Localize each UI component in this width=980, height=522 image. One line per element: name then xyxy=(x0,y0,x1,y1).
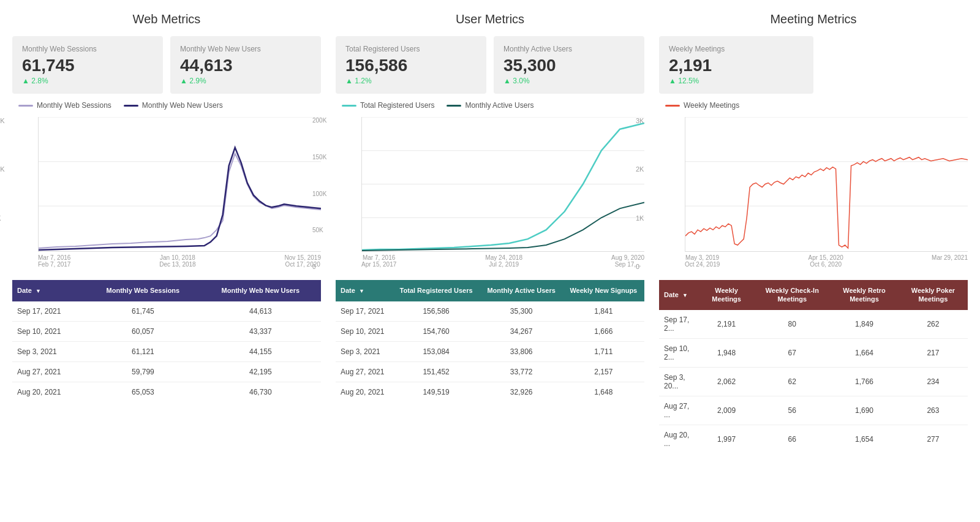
meeting-col-weekly: Weekly Meetings xyxy=(699,280,755,310)
user-chart xyxy=(361,117,644,252)
user-table: Date ▼ Total Registered Users Monthly Ac… xyxy=(336,280,644,402)
dashboard: Web Metrics Monthly Web Sessions 61,745 … xyxy=(0,0,980,522)
web-table-header: Date ▼ Monthly Web Sessions Monthly Web … xyxy=(12,280,321,301)
user-col-signups: Weekly New Signups xyxy=(563,280,644,301)
meeting-col-date: Date ▼ xyxy=(659,280,699,310)
user-chart-legend: Total Registered Users Monthly Active Us… xyxy=(336,101,644,110)
web-chart xyxy=(38,117,321,252)
meeting-chart-svg xyxy=(685,117,968,251)
meeting-metrics-section: Meeting Metrics Weekly Meetings 2,191 12… xyxy=(659,12,968,270)
web-metrics-title: Web Metrics xyxy=(12,12,321,26)
meeting-y-labels: 3K 2K 1K 0 xyxy=(636,117,644,270)
meeting-table-header: Date ▼ Weekly Meetings Weekly Check-In M… xyxy=(659,280,968,310)
monthly-active-legend-label: Monthly Active Users xyxy=(465,101,533,110)
web-table: Date ▼ Monthly Web Sessions Monthly Web … xyxy=(12,280,321,402)
meeting-col-checkin: Weekly Check-In Meetings xyxy=(754,280,830,310)
web-chart-legend: Monthly Web Sessions Monthly Web New Use… xyxy=(12,101,321,110)
table-row: Aug 20, ... 1,997 66 1,654 277 xyxy=(659,425,968,453)
web-sessions-legend: Monthly Web Sessions xyxy=(18,101,111,110)
total-registered-legend-line xyxy=(342,105,356,107)
total-registered-label: Total Registered Users xyxy=(345,45,477,53)
table-row: Aug 27, 2021 151,452 33,772 2,157 xyxy=(336,361,644,382)
weekly-meetings-card: Weekly Meetings 2,191 12.5% xyxy=(659,36,813,94)
web-x-labels: Mar 7, 2016Feb 7, 2017 Jan 10, 2018Dec 1… xyxy=(38,252,321,270)
web-sessions-label: Monthly Web Sessions xyxy=(22,45,153,53)
table-row: Sep 10, 2... 1,948 67 1,664 217 xyxy=(659,338,968,367)
table-row: Sep 3, 2021 61,121 44,155 xyxy=(12,341,321,361)
table-row: Aug 20, 2021 65,053 46,730 xyxy=(12,382,321,402)
web-metrics-section: Web Metrics Monthly Web Sessions 61,745 … xyxy=(12,12,321,270)
web-col-sessions: Monthly Web Sessions xyxy=(86,280,200,301)
weekly-meetings-label: Weekly Meetings xyxy=(669,45,804,53)
web-sessions-value: 61,745 xyxy=(22,56,153,75)
web-chart-wrap: 150K 100K 50K 0 xyxy=(12,117,321,270)
monthly-active-legend: Monthly Active Users xyxy=(447,101,533,110)
sections-row: Web Metrics Monthly Web Sessions 61,745 … xyxy=(12,12,968,270)
weekly-meetings-value: 2,191 xyxy=(669,56,804,75)
web-sessions-legend-line xyxy=(18,105,33,107)
web-new-users-legend-line xyxy=(124,105,138,107)
user-x-labels: Mar 7, 2016Apr 15, 2017 May 24, 2018Jul … xyxy=(361,252,644,270)
user-chart-wrap: 200K 150K 100K 50K 0 xyxy=(336,117,644,270)
table-row: Aug 27, 2021 59,799 42,195 xyxy=(12,361,321,382)
weekly-meetings-legend-label: Weekly Meetings xyxy=(684,101,739,110)
table-row: Sep 17, 2021 61,745 44,613 xyxy=(12,301,321,322)
weekly-meetings-legend: Weekly Meetings xyxy=(665,101,739,110)
total-registered-legend-label: Total Registered Users xyxy=(360,101,434,110)
web-col-new-users: Monthly Web New Users xyxy=(200,280,321,301)
web-metric-cards: Monthly Web Sessions 61,745 2.8% Monthly… xyxy=(12,36,321,94)
web-new-users-change: 2.9% xyxy=(180,77,311,85)
table-row: Sep 3, 2021 153,084 33,806 1,711 xyxy=(336,341,644,361)
total-registered-value: 156,586 xyxy=(345,56,477,75)
user-table-section: Date ▼ Total Registered Users Monthly Ac… xyxy=(336,280,644,453)
monthly-active-change: 3.0% xyxy=(503,77,635,85)
monthly-active-legend-line xyxy=(447,105,461,107)
meeting-col-retro: Weekly Retro Meetings xyxy=(830,280,899,310)
table-row: Aug 27, ... 2,009 56 1,690 263 xyxy=(659,396,968,425)
web-sessions-card: Monthly Web Sessions 61,745 2.8% xyxy=(12,36,163,94)
weekly-meetings-change: 12.5% xyxy=(669,77,804,85)
user-col-date: Date ▼ xyxy=(336,280,393,301)
user-metrics-title: User Metrics xyxy=(336,12,644,26)
web-table-body: Sep 17, 2021 61,745 44,613 Sep 10, 2021 … xyxy=(12,301,321,402)
user-chart-svg xyxy=(362,117,644,251)
monthly-active-label: Monthly Active Users xyxy=(503,45,635,53)
user-metrics-section: User Metrics Total Registered Users 156,… xyxy=(336,12,644,270)
meeting-chart-wrap: 3K 2K 1K 0 May 3, 2019Oct 24, 2019 xyxy=(659,117,968,270)
tables-row: Date ▼ Monthly Web Sessions Monthly Web … xyxy=(12,280,968,453)
web-sessions-change: 2.8% xyxy=(22,77,153,85)
user-table-body: Sep 17, 2021 156,586 35,300 1,841 Sep 10… xyxy=(336,301,644,402)
user-table-header: Date ▼ Total Registered Users Monthly Ac… xyxy=(336,280,644,301)
meeting-x-labels: May 3, 2019Oct 24, 2019 Apr 15, 2020Oct … xyxy=(685,252,968,270)
meeting-chart-legend: Weekly Meetings xyxy=(659,101,968,110)
web-new-users-value: 44,613 xyxy=(180,56,311,75)
table-row: Sep 10, 2021 154,760 34,267 1,666 xyxy=(336,321,644,341)
web-new-users-card: Monthly Web New Users 44,613 2.9% xyxy=(170,36,321,94)
total-registered-card: Total Registered Users 156,586 1.2% xyxy=(336,36,486,94)
table-row: Sep 3, 20... 2,062 62 1,766 234 xyxy=(659,367,968,396)
total-registered-legend: Total Registered Users xyxy=(342,101,434,110)
meeting-chart xyxy=(685,117,968,252)
web-y-labels: 150K 100K 50K 0 xyxy=(0,117,5,270)
web-col-date: Date ▼ xyxy=(12,280,86,301)
monthly-active-value: 35,300 xyxy=(503,56,635,75)
web-new-users-legend: Monthly Web New Users xyxy=(124,101,223,110)
user-col-registered: Total Registered Users xyxy=(393,280,480,301)
weekly-meetings-legend-line xyxy=(665,105,680,107)
web-table-section: Date ▼ Monthly Web Sessions Monthly Web … xyxy=(12,280,321,453)
meeting-table-section: Date ▼ Weekly Meetings Weekly Check-In M… xyxy=(659,280,968,453)
meeting-table-body: Sep 17, 2... 2,191 80 1,849 262 Sep 10, … xyxy=(659,310,968,453)
meeting-metric-cards: Weekly Meetings 2,191 12.5% xyxy=(659,36,968,94)
user-y-labels: 200K 150K 100K 50K 0 xyxy=(312,117,326,270)
user-metric-cards: Total Registered Users 156,586 1.2% Mont… xyxy=(336,36,644,94)
web-new-users-legend-label: Monthly Web New Users xyxy=(142,101,223,110)
meeting-table: Date ▼ Weekly Meetings Weekly Check-In M… xyxy=(659,280,968,453)
meeting-col-poker: Weekly Poker Meetings xyxy=(899,280,968,310)
total-registered-change: 1.2% xyxy=(345,77,477,85)
web-chart-svg xyxy=(39,117,321,251)
meeting-metrics-title: Meeting Metrics xyxy=(659,12,968,26)
web-new-users-label: Monthly Web New Users xyxy=(180,45,311,53)
user-col-active: Monthly Active Users xyxy=(480,280,563,301)
table-row: Sep 17, 2... 2,191 80 1,849 262 xyxy=(659,310,968,339)
table-row: Sep 10, 2021 60,057 43,337 xyxy=(12,321,321,341)
